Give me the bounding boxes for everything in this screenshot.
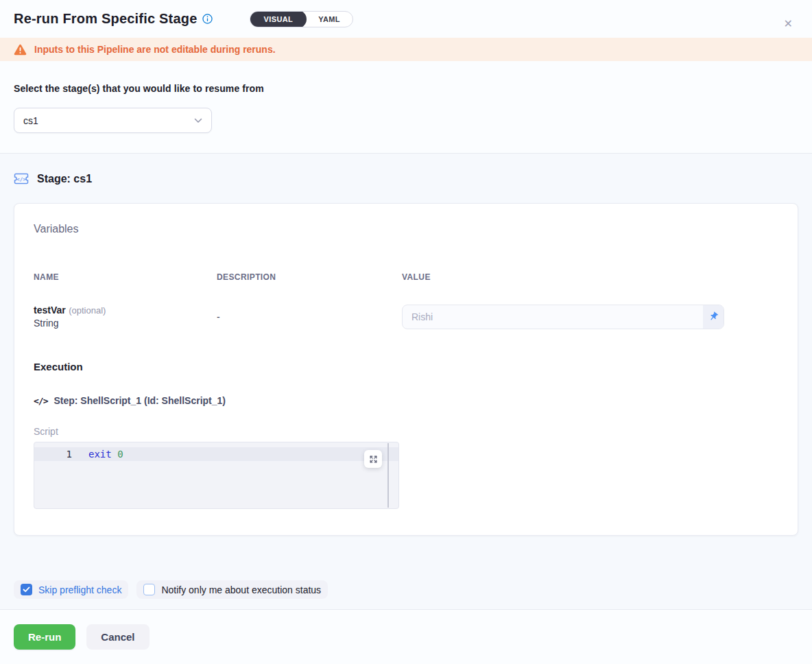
close-icon[interactable]: ✕ [784, 19, 793, 29]
unchecked-checkbox[interactable] [143, 584, 155, 595]
variable-name-cell: testVar (optional) String [34, 303, 217, 330]
execution-title: Execution [34, 361, 778, 372]
visual-yaml-toggle: VISUAL YAML [250, 11, 353, 27]
page-title: Re-run From Specific Stage [14, 11, 197, 27]
modal-header: Re-run From Specific Stage VISUAL YAML ✕ [0, 0, 812, 38]
variable-value-field [402, 305, 724, 329]
variables-title: Variables [34, 223, 778, 235]
variable-name: testVar [34, 305, 66, 316]
code-token-number: 0 [112, 449, 123, 460]
skip-preflight-label: Skip preflight check [38, 584, 121, 595]
stage-card: Variables NAME DESCRIPTION VALUE testVar… [14, 203, 798, 536]
code-text: exit 0 [88, 449, 123, 460]
pin-icon[interactable] [703, 305, 724, 329]
chevron-down-icon [194, 118, 202, 123]
toggle-yaml[interactable]: YAML [306, 11, 353, 27]
script-code-editor[interactable]: 1 exit 0 [34, 442, 399, 509]
notify-me-label: Notify only me about execution status [161, 584, 321, 595]
stage-select-dropdown[interactable]: cs1 [14, 108, 212, 133]
variable-value-input[interactable] [403, 305, 703, 329]
variable-optional-tag: (optional) [69, 305, 106, 316]
code-line: 1 exit 0 [34, 447, 398, 461]
script-label: Script [34, 426, 778, 437]
rerun-modal: Re-run From Specific Stage VISUAL YAML ✕… [0, 0, 812, 664]
options-row: Skip preflight check Notify only me abou… [14, 580, 798, 599]
stage-heading: </> Stage: cs1 [14, 171, 798, 187]
column-header-description: DESCRIPTION [217, 272, 402, 282]
code-token-keyword: exit [88, 449, 112, 460]
stage-select-label: Select the stage(s) that you would like … [14, 83, 798, 94]
stage-select-value: cs1 [23, 115, 194, 126]
table-row: testVar (optional) String - [34, 303, 778, 330]
stage-select-section: Select the stage(s) that you would like … [0, 61, 812, 154]
stage-heading-label: Stage: cs1 [37, 173, 92, 185]
column-header-name: NAME [34, 272, 217, 282]
checkmark-icon[interactable] [21, 584, 32, 595]
modal-footer: Re-run Cancel [0, 609, 812, 664]
variable-description: - [217, 311, 402, 322]
banner-message: Inputs to this Pipeline are not editable… [34, 44, 276, 55]
rerun-button[interactable]: Re-run [14, 624, 75, 650]
line-number: 1 [34, 449, 72, 460]
warning-triangle-icon [14, 44, 27, 56]
code-step-icon: </> [34, 396, 47, 406]
info-icon[interactable] [202, 14, 213, 24]
column-header-value: VALUE [402, 272, 778, 282]
toggle-visual[interactable]: VISUAL [250, 11, 307, 27]
step-label: Step: ShellScript_1 (Id: ShellScript_1) [53, 395, 226, 406]
editor-scrollbar[interactable] [387, 443, 389, 508]
step-row: </> Step: ShellScript_1 (Id: ShellScript… [34, 395, 778, 406]
skip-preflight-checkbox[interactable]: Skip preflight check [14, 580, 128, 599]
cancel-button[interactable]: Cancel [86, 624, 149, 650]
svg-text:</>: </> [16, 176, 26, 182]
expand-icon[interactable] [364, 450, 382, 468]
variables-table: NAME DESCRIPTION VALUE testVar (optional… [34, 272, 778, 330]
notify-me-checkbox[interactable]: Notify only me about execution status [136, 580, 328, 599]
variable-type: String [34, 317, 217, 330]
stage-code-badge-icon: </> [14, 173, 29, 186]
warning-banner: Inputs to this Pipeline are not editable… [0, 38, 812, 61]
main-content: </> Stage: cs1 Variables NAME DESCRIPTIO… [0, 154, 812, 609]
variables-table-header: NAME DESCRIPTION VALUE [34, 272, 778, 282]
